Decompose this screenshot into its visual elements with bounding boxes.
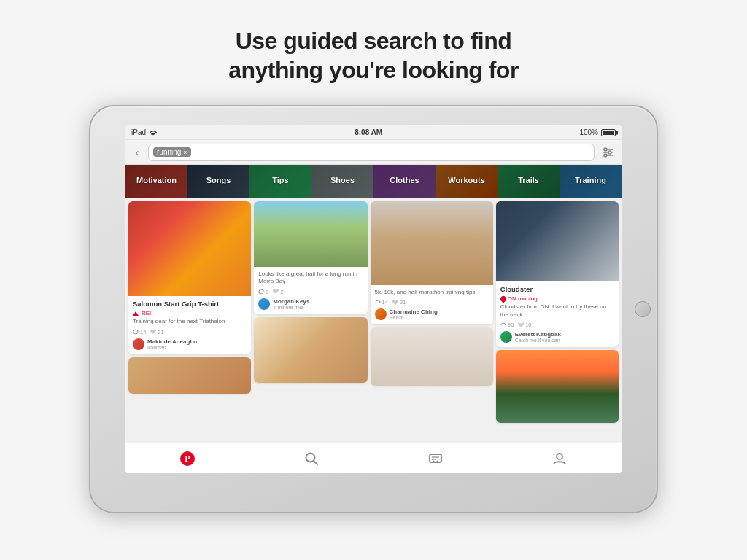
repin-icon: [133, 329, 139, 335]
category-chip-tips[interactable]: Tips: [249, 165, 311, 198]
category-chip-shoes[interactable]: Shoes: [311, 165, 374, 198]
category-label-clothes: Clothes: [374, 165, 436, 184]
bottom-nav: P: [125, 443, 622, 473]
battery-icon: [601, 129, 616, 136]
pin-column-2: Looks like a great trail for a long run …: [254, 201, 367, 470]
pin-image-city: [496, 350, 619, 423]
status-time: 8:08 AM: [355, 128, 382, 136]
pin-card-extra-1[interactable]: [128, 357, 251, 394]
pin-card-extra-3[interactable]: [371, 327, 493, 386]
source-pin-icon: [499, 295, 507, 303]
search-tag-close[interactable]: ×: [183, 149, 187, 156]
pin-image-marathon: [371, 201, 493, 285]
pin-column-4: Cloudster ON running Cloudster from ON. …: [496, 201, 619, 470]
wifi-icon: [149, 129, 158, 136]
pin-desc: 5k, 10k, and half marathon training tips…: [375, 289, 489, 296]
ipad-screen: iPad 8:08 AM 100% ‹ running: [125, 125, 622, 473]
pin-card-marathon[interactable]: 5k, 10k, and half marathon training tips…: [371, 201, 493, 324]
pin-card-cloudster[interactable]: Cloudster ON running Cloudster from ON. …: [496, 201, 619, 347]
pin-desc: Cloudster from ON. I want to try these o…: [500, 303, 614, 319]
pin-user: Charmaine Ching Health: [375, 308, 489, 320]
pin-image-waist: [371, 327, 493, 386]
pin-title: Salomon Start Grip T-shirt: [133, 300, 247, 308]
pin-card-running-lower[interactable]: [254, 317, 367, 383]
svg-rect-16: [430, 454, 441, 462]
svg-line-15: [314, 461, 317, 464]
back-button[interactable]: ‹: [130, 145, 144, 160]
category-label-songs: Songs: [187, 165, 249, 184]
pinterest-logo-icon: P: [179, 451, 196, 467]
heart-icon: [518, 322, 524, 328]
repin-icon: [500, 322, 506, 328]
pin-desc: Training gear for the next Triathalon: [133, 318, 247, 325]
category-chip-songs[interactable]: Songs: [187, 165, 249, 198]
pin-source: ON running: [500, 295, 614, 302]
category-label-workouts: Workouts: [436, 165, 498, 184]
filter-button[interactable]: [598, 143, 617, 162]
pin-meta: 14 21: [375, 299, 489, 306]
svg-text:P: P: [185, 453, 190, 464]
pin-image-trail: [254, 201, 367, 267]
pin-source: REI: [133, 310, 247, 316]
svg-point-5: [604, 154, 607, 157]
pin-image-shoe: [496, 201, 619, 281]
pin-meta: 14 21: [133, 329, 247, 335]
battery-percent: 100%: [579, 128, 598, 136]
source-icon: [133, 311, 139, 316]
svg-point-19: [557, 454, 562, 459]
repin-icon: [258, 289, 264, 295]
svg-point-3: [604, 148, 607, 151]
category-label-tips: Tips: [249, 165, 311, 184]
nav-search-button[interactable]: [298, 446, 325, 472]
nav-home-button[interactable]: P: [174, 446, 201, 472]
pin-avatar: [500, 331, 512, 343]
category-label-training: Training: [560, 165, 622, 184]
nav-messages-button[interactable]: [422, 446, 449, 472]
ipad-frame: iPad 8:08 AM 100% ‹ running: [89, 105, 658, 513]
pin-meta: 9 2: [258, 289, 363, 295]
pin-user: Everett Katigbak Catch me if you can: [500, 331, 614, 343]
heart-icon: [273, 289, 279, 295]
repin-icon: [375, 300, 381, 306]
category-label-shoes: Shoes: [311, 165, 374, 184]
pin-column-3: 5k, 10k, and half marathon training tips…: [371, 201, 493, 470]
ipad-home-button[interactable]: [635, 301, 651, 317]
pin-user: Makinde Adeagbo Ironman: [133, 338, 247, 350]
pin-column-1: Salomon Start Grip T-shirt REI Training …: [128, 201, 251, 470]
status-bar: iPad 8:08 AM 100%: [125, 125, 622, 140]
pin-avatar: [258, 298, 270, 310]
category-row: Motivation Songs Tips Shoes Clothes Work…: [125, 165, 622, 198]
content-area: Salomon Start Grip T-shirt REI Training …: [125, 198, 622, 473]
pin-user: Morgan Keys 4-minute mile: [258, 298, 363, 310]
category-chip-workouts[interactable]: Workouts: [436, 165, 498, 198]
pin-card-salomon[interactable]: Salomon Start Grip T-shirt REI Training …: [128, 201, 251, 354]
search-nav-icon: [304, 451, 319, 466]
messages-nav-icon: [428, 451, 443, 466]
pin-title: Cloudster: [500, 285, 614, 294]
pin-avatar: [133, 338, 144, 350]
pin-image-runner: [128, 201, 251, 296]
heart-icon: [392, 300, 398, 306]
category-chip-clothes[interactable]: Clothes: [374, 165, 436, 198]
category-chip-training[interactable]: Training: [560, 165, 622, 198]
pin-meta: 96 10: [500, 322, 614, 328]
search-tag[interactable]: running ×: [153, 147, 191, 157]
profile-nav-icon: [552, 451, 567, 466]
pin-image-running-lower: [254, 317, 367, 383]
search-input-area[interactable]: running ×: [148, 144, 595, 161]
page-headline: Use guided search to find anything you'r…: [214, 0, 533, 105]
search-bar: ‹ running ×: [125, 140, 622, 165]
filter-icon: [602, 147, 614, 158]
pin-desc: Looks like a great trail for a long run …: [258, 271, 363, 286]
pin-card-trail[interactable]: Looks like a great trail for a long run …: [254, 201, 367, 314]
category-chip-motivation[interactable]: Motivation: [125, 165, 187, 198]
category-label-motivation: Motivation: [125, 165, 187, 184]
nav-profile-button[interactable]: [546, 446, 573, 472]
pin-card-city[interactable]: [496, 350, 619, 423]
category-label-trails: Trails: [498, 165, 560, 184]
svg-point-4: [608, 151, 611, 154]
heart-icon: [150, 329, 156, 335]
category-chip-trails[interactable]: Trails: [498, 165, 560, 198]
pin-avatar: [375, 308, 387, 320]
device-label: iPad: [131, 128, 146, 136]
